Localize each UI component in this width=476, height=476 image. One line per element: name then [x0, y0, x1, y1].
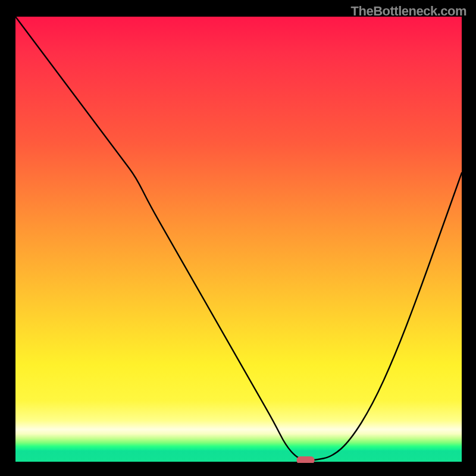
optimal-marker: [297, 456, 315, 463]
bottleneck-curve: [15, 17, 462, 461]
plot-area: [15, 17, 462, 463]
curve-layer: [15, 17, 462, 463]
watermark-text: TheBottleneck.com: [351, 4, 466, 19]
chart-canvas: TheBottleneck.com: [0, 0, 476, 476]
